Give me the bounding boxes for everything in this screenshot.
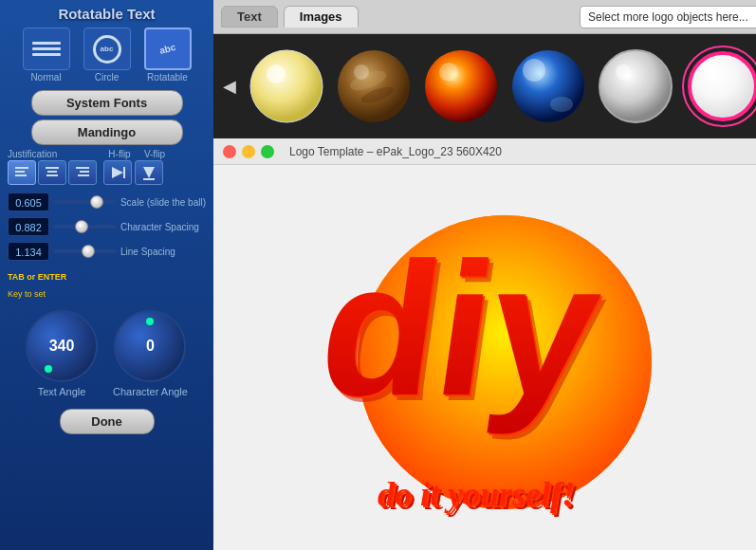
justify-right-button[interactable] [68,160,97,185]
sphere-6-icon [684,47,756,125]
char-angle-knob[interactable]: 0 [114,310,186,382]
sphere-4-icon [509,47,587,125]
image-strip: ◀ [213,34,756,138]
justify-right-icon [75,166,90,179]
rotatable-shape: abc [159,44,175,54]
strip-image-5[interactable] [595,46,676,127]
text-angle-label: Text Angle [38,386,86,397]
svg-point-23 [550,97,573,112]
justify-center-button[interactable] [38,160,66,185]
svg-point-13 [250,50,323,122]
char-angle-knob-container: 0 Character Angle [113,310,188,397]
canvas-titlebar: Logo Template – ePak_Logo_23 560X420 [213,138,756,165]
scale-value: 0.605 [8,192,49,211]
normal-lines [32,42,61,56]
svg-point-26 [616,64,631,80]
text-type-rotatable[interactable]: abc Rotatable [139,28,196,82]
scale-thumb[interactable] [90,195,103,209]
line-spacing-value: 1.134 [8,242,49,261]
svg-rect-4 [47,171,57,173]
strip-image-4[interactable] [507,46,589,127]
normal-label: Normal [30,72,61,82]
justify-labels-row: Justification H-flip V-flip [8,149,206,159]
strip-image-1[interactable] [246,46,327,127]
hflip-button[interactable] [103,160,132,185]
canvas-content: diy diy diy do it yourself! do it yourse… [213,165,756,550]
text-angle-knob[interactable]: 340 [26,310,98,382]
justify-left-button[interactable] [8,160,36,185]
vflip-button[interactable] [135,160,163,185]
sphere-1-icon [248,47,325,125]
done-button[interactable]: Done [60,409,155,434]
line-spacing-label: Line Spacing [120,247,206,257]
svg-marker-11 [143,167,155,178]
sphere-3-icon [422,47,500,125]
text-type-circle[interactable]: abc Circle [79,28,136,82]
window-close-btn[interactable] [223,145,236,158]
scale-slider-track[interactable] [53,192,117,211]
hflip-label: H-flip [103,149,136,159]
panel-title: Rotatable Text [58,6,155,22]
justify-left-icon [14,166,29,179]
logo-canvas: diy diy diy do it yourself! do it yourse… [305,173,704,542]
svg-point-18 [354,64,369,80]
svg-marker-9 [112,167,123,178]
logo-dropdown[interactable]: Select more logo objects here... ▼ [580,6,756,28]
scale-label: Scale (slide the ball) [120,197,206,208]
logo-dropdown-text: Select more logo objects here... [588,10,756,24]
current-font-button[interactable]: Mandingo [31,119,183,145]
strip-image-3[interactable] [420,46,502,127]
circle-icon[interactable]: abc [83,28,131,70]
char-spacing-slider-track[interactable] [53,217,117,236]
tab-images[interactable]: Images [284,6,359,28]
normal-icon[interactable] [23,28,70,70]
svg-rect-2 [15,174,27,176]
text-type-normal[interactable]: Normal [18,28,75,82]
scale-track [53,200,117,204]
justify-row [8,160,206,185]
key-note: Key to set [8,289,46,299]
justification-label: Justification [8,149,101,159]
left-panel: Rotatable Text Normal abc Circle abc [0,0,213,550]
window-minimize-btn[interactable] [242,145,255,158]
canvas-title: Logo Template – ePak_Logo_23 560X420 [289,145,502,158]
rotatable-text: abc [158,42,176,56]
char-angle-dot [146,318,154,325]
char-spacing-value: 0.882 [8,217,49,236]
svg-point-21 [512,50,584,122]
svg-point-29 [703,64,718,80]
text-angle-dot [45,365,52,373]
vflip-icon [141,165,157,180]
char-spacing-thumb[interactable] [75,220,88,233]
window-maximize-btn[interactable] [261,145,274,158]
strip-nav-left[interactable]: ◀ [219,76,240,97]
strip-image-6[interactable] [682,46,756,127]
circle-text: abc [101,45,114,53]
tab-note: TAB or ENTER [8,272,66,282]
vflip-label: V-flip [138,149,171,159]
strip-images [246,46,756,127]
knobs-row: 340 Text Angle 0 Character Angle [8,310,206,397]
sphere-5-icon [597,47,674,125]
line-spacing-slider-row: 1.134 Line Spacing [8,242,206,261]
hflip-icon [110,165,125,180]
svg-point-14 [267,64,286,83]
strip-image-2[interactable] [333,46,415,127]
char-spacing-label: Character Spacing [120,222,206,232]
circle-shape: abc [93,35,121,64]
text-angle-knob-container: 340 Text Angle [26,310,98,397]
justify-center-icon [45,166,60,179]
line-spacing-thumb[interactable] [82,245,95,258]
svg-rect-1 [15,171,25,173]
svg-rect-0 [15,167,28,169]
circle-label: Circle [95,72,120,82]
rotatable-icon[interactable]: abc [144,28,192,70]
right-panel: Text Images Select more logo objects her… [213,0,756,550]
system-fonts-button[interactable]: System Fonts [31,90,183,116]
rotatable-label: Rotatable [147,72,188,82]
tab-note-container: TAB or ENTER Key to set [8,266,206,301]
logo-select-container: Select more logo objects here... ▼ [580,6,756,28]
line-spacing-slider-track[interactable] [53,242,117,261]
sphere-2-icon [335,47,413,125]
tab-text[interactable]: Text [221,6,278,28]
